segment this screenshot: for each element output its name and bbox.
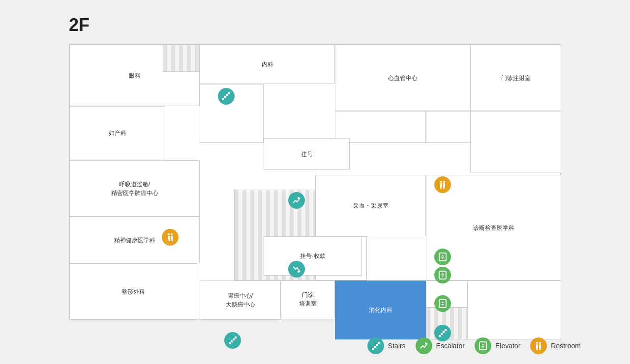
svg-rect-25 (536, 344, 538, 348)
room-menzhen-injection: 门诊注射室 (470, 45, 561, 111)
stairs-icon-top (218, 88, 235, 105)
svg-rect-22 (480, 342, 486, 350)
svg-rect-19 (439, 271, 446, 279)
svg-rect-9 (172, 239, 173, 241)
svg-rect-28 (538, 348, 539, 350)
svg-point-23 (536, 342, 538, 344)
svg-rect-17 (445, 187, 446, 189)
elevator-icon-right-bottom (434, 295, 451, 312)
legend-elevator: Elevator (475, 337, 520, 354)
svg-rect-26 (539, 344, 541, 348)
stairs-top-left (163, 45, 200, 72)
elevator-icon-right-mid (434, 249, 451, 265)
restroom-icon-right-top (434, 176, 451, 193)
room-huxi: 呼吸道过敏/精密医学肺癌中心 (69, 160, 200, 217)
svg-rect-5 (171, 236, 173, 239)
legend: Stairs Escalator Elevator (367, 337, 581, 354)
legend-elevator-icon (475, 337, 491, 354)
legend-restroom-icon (530, 337, 547, 354)
svg-point-21 (425, 342, 427, 344)
room-right-mid (470, 111, 561, 172)
legend-escalator: Escalator (416, 337, 465, 354)
svg-rect-12 (440, 183, 442, 187)
svg-rect-7 (169, 239, 170, 241)
room-xiaohua: 消化内科 (335, 280, 426, 339)
legend-restroom-label: Restroom (551, 342, 581, 350)
svg-rect-30 (540, 348, 541, 350)
room-neike: 内科 (200, 45, 335, 84)
restroom-icon-left (162, 229, 179, 246)
svg-rect-6 (168, 239, 169, 241)
room-xinxue-sub (426, 111, 470, 143)
svg-rect-8 (171, 239, 172, 241)
svg-rect-16 (443, 187, 444, 189)
svg-point-24 (539, 342, 541, 344)
svg-rect-27 (536, 348, 537, 350)
floor-label: 2F (69, 15, 90, 35)
svg-rect-4 (168, 236, 170, 239)
svg-rect-18 (439, 253, 446, 261)
room-right-bottom (468, 280, 561, 339)
room-caixue: 采血・采尿室 (315, 175, 426, 236)
room-zhengxing: 整形外科 (69, 263, 197, 320)
legend-stairs-label: Stairs (388, 342, 406, 350)
room-weiai: 胃癌中心/大肠癌中心 (200, 280, 281, 320)
room-jingshen: 精神健康医学科 (69, 217, 200, 263)
svg-point-2 (168, 233, 170, 235)
room-guahao: 挂号 (264, 138, 350, 170)
legend-escalator-icon (416, 337, 432, 354)
svg-point-0 (298, 197, 300, 199)
escalator-icon-2 (288, 261, 305, 278)
svg-rect-14 (440, 187, 441, 189)
map-container: 眼科 内科 心血管中心 门诊注射室 妇产科 挂号 呼吸道过敏/精密医学肺癌中心 … (69, 44, 561, 319)
escalator-icon-1 (288, 192, 305, 209)
legend-stairs-icon (367, 337, 384, 354)
svg-rect-20 (439, 300, 446, 308)
svg-rect-15 (442, 187, 443, 189)
svg-point-3 (171, 233, 173, 235)
stairs-icon-bottom-left (224, 332, 241, 349)
svg-point-1 (298, 271, 300, 273)
legend-restroom: Restroom (530, 337, 581, 354)
room-fuchanke: 妇产科 (69, 106, 165, 160)
svg-rect-29 (539, 348, 540, 350)
room-menzhen-peixun: 门诊培训室 (281, 280, 335, 317)
elevator-icon-right-lower (434, 267, 451, 283)
svg-point-10 (440, 181, 442, 183)
legend-escalator-label: Escalator (436, 342, 465, 350)
svg-rect-13 (443, 183, 445, 187)
legend-stairs: Stairs (367, 337, 406, 354)
svg-point-11 (443, 181, 445, 183)
room-xinxueguan: 心血管中心 (335, 45, 470, 111)
room-guahao-shoukuan: 挂号·收款 (264, 236, 362, 276)
legend-elevator-label: Elevator (495, 342, 520, 350)
